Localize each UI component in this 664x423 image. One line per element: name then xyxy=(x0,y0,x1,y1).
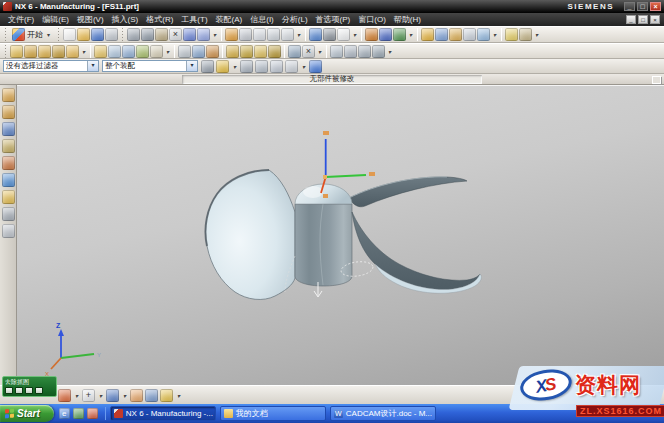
minimize-button[interactable]: _ xyxy=(624,2,635,11)
datum-csys-icon[interactable] xyxy=(449,28,462,41)
menu-item[interactable]: 装配(A) xyxy=(212,14,247,25)
menu-item[interactable]: 视图(V) xyxy=(73,14,108,25)
sketch-icon[interactable] xyxy=(421,28,434,41)
dropdown-arrow-icon[interactable]: ▾ xyxy=(533,31,540,38)
snap-intersection-icon[interactable] xyxy=(358,45,371,58)
geometry-view-icon[interactable] xyxy=(254,45,267,58)
taskbar-task-nx[interactable]: NX 6 - Manufacturing -... xyxy=(110,406,216,421)
material-ball-icon[interactable] xyxy=(160,389,173,402)
rectangle-select-icon[interactable] xyxy=(285,60,298,73)
dropdown-arrow-icon[interactable]: ▾ xyxy=(386,48,393,55)
menu-item[interactable]: 文件(F) xyxy=(4,14,38,25)
rotate-view-icon[interactable] xyxy=(267,28,280,41)
machine-tool-view-icon[interactable] xyxy=(240,45,253,58)
combo-arrow-icon[interactable]: ▾ xyxy=(186,61,197,71)
dropdown-arrow-icon[interactable]: ▾ xyxy=(73,392,80,399)
maximize-button[interactable]: □ xyxy=(637,2,648,11)
zoom-window-icon[interactable] xyxy=(253,28,266,41)
quick-pick-icon[interactable] xyxy=(309,60,322,73)
display-toolpath-icon[interactable] xyxy=(192,45,205,58)
capture-tool-overlay[interactable]: 去除抓图 xyxy=(2,376,57,397)
propeller-model[interactable]: Z Y X xyxy=(17,86,663,385)
graphics-viewport[interactable]: Z Y X xyxy=(17,85,664,385)
snap-mid-point-icon[interactable] xyxy=(344,45,357,58)
roles-icon[interactable] xyxy=(2,224,15,238)
plus-point-icon[interactable]: + xyxy=(82,389,95,402)
shop-documentation-icon[interactable] xyxy=(150,45,163,58)
internet-explorer-icon[interactable] xyxy=(2,173,15,187)
front-view-icon[interactable] xyxy=(379,28,392,41)
verify-toolpath-icon[interactable] xyxy=(108,45,121,58)
close-button[interactable]: × xyxy=(650,2,661,11)
menu-item[interactable]: 工具(T) xyxy=(177,14,211,25)
visualization-palette-icon[interactable] xyxy=(58,389,71,402)
menu-item[interactable]: 编辑(E) xyxy=(38,14,73,25)
redo-selection-icon[interactable] xyxy=(255,60,268,73)
ie-quicklaunch-icon[interactable]: e xyxy=(59,408,70,419)
wcs-origin-handle[interactable] xyxy=(323,175,327,179)
gouge-check-icon[interactable] xyxy=(206,45,219,58)
propeller-right-blade[interactable] xyxy=(352,212,481,293)
toolbar-dock-handle[interactable] xyxy=(652,76,661,84)
display-monitor-icon[interactable] xyxy=(145,389,158,402)
snap-point-settings-icon[interactable] xyxy=(201,60,214,73)
measure-distance-icon[interactable] xyxy=(505,28,518,41)
dropdown-arrow-icon[interactable]: ▾ xyxy=(231,63,238,70)
create-tool-icon[interactable] xyxy=(24,45,37,58)
dropdown-arrow-icon[interactable]: ▾ xyxy=(175,392,182,399)
dropdown-arrow-icon[interactable]: ▾ xyxy=(97,392,104,399)
start-button[interactable]: Start xyxy=(0,405,54,422)
dropdown-arrow-icon[interactable]: ▾ xyxy=(300,63,307,70)
propeller-hub[interactable] xyxy=(295,184,352,286)
shaded-view-icon[interactable] xyxy=(309,28,322,41)
hd3d-tools-icon[interactable] xyxy=(2,156,15,170)
generate-toolpath-icon[interactable] xyxy=(94,45,107,58)
propeller-top-blade[interactable] xyxy=(349,177,467,207)
isometric-view-icon[interactable] xyxy=(365,28,378,41)
dropdown-arrow-icon[interactable]: ▾ xyxy=(351,31,358,38)
dropdown-arrow-icon[interactable]: ▾ xyxy=(407,31,414,38)
create-program-icon[interactable] xyxy=(10,45,23,58)
redo-icon[interactable] xyxy=(197,28,210,41)
undo-selection-icon[interactable] xyxy=(270,60,283,73)
operation-properties-icon[interactable] xyxy=(288,45,301,58)
toolbar-grip[interactable] xyxy=(4,45,7,58)
reuse-library-icon[interactable] xyxy=(2,139,15,153)
new-file-icon[interactable] xyxy=(63,28,76,41)
menu-item[interactable]: 格式(R) xyxy=(142,14,177,25)
print-icon[interactable] xyxy=(105,28,118,41)
propeller-left-blade[interactable] xyxy=(205,170,295,299)
capture-region-icon[interactable] xyxy=(25,387,33,394)
create-method-icon[interactable] xyxy=(52,45,65,58)
menu-item[interactable]: 分析(L) xyxy=(278,14,312,25)
datum-plane-icon[interactable] xyxy=(435,28,448,41)
postprocess-icon[interactable] xyxy=(136,45,149,58)
dropdown-arrow-icon[interactable]: ▾ xyxy=(491,31,498,38)
open-file-icon[interactable] xyxy=(77,28,90,41)
combo-arrow-icon[interactable]: ▾ xyxy=(87,61,98,71)
start-menu-button[interactable]: 开始 ▾ xyxy=(10,28,54,41)
show-desktop-icon[interactable] xyxy=(73,408,84,419)
dropdown-arrow-icon[interactable]: ▾ xyxy=(80,48,87,55)
menu-item[interactable]: 帮助(H) xyxy=(390,14,425,25)
taskbar-task-word[interactable]: W CADCAM设计.doc - M... xyxy=(330,406,436,421)
dropdown-arrow-icon[interactable]: ▾ xyxy=(316,48,323,55)
hand-tool-icon[interactable] xyxy=(5,387,13,394)
mdi-close-button[interactable]: × xyxy=(650,15,660,24)
wireframe-view-icon[interactable] xyxy=(337,28,350,41)
type-filter-combobox[interactable]: 没有选择过滤器 ▾ xyxy=(3,60,99,72)
mdi-minimize-button[interactable]: _ xyxy=(626,15,636,24)
assembly-navigator-icon[interactable] xyxy=(2,88,15,102)
part-navigator-icon[interactable] xyxy=(2,122,15,136)
cut-icon[interactable] xyxy=(127,28,140,41)
menu-item[interactable]: 插入(S) xyxy=(108,14,143,25)
history-icon[interactable] xyxy=(2,190,15,204)
undo-icon[interactable] xyxy=(183,28,196,41)
save-icon[interactable] xyxy=(91,28,104,41)
delete-operation-icon[interactable]: × xyxy=(302,45,315,58)
media-player-icon[interactable] xyxy=(87,408,98,419)
snap-end-point-icon[interactable] xyxy=(330,45,343,58)
selection-intent-icon[interactable] xyxy=(106,389,119,402)
program-order-view-icon[interactable] xyxy=(226,45,239,58)
simulate-machine-icon[interactable] xyxy=(122,45,135,58)
